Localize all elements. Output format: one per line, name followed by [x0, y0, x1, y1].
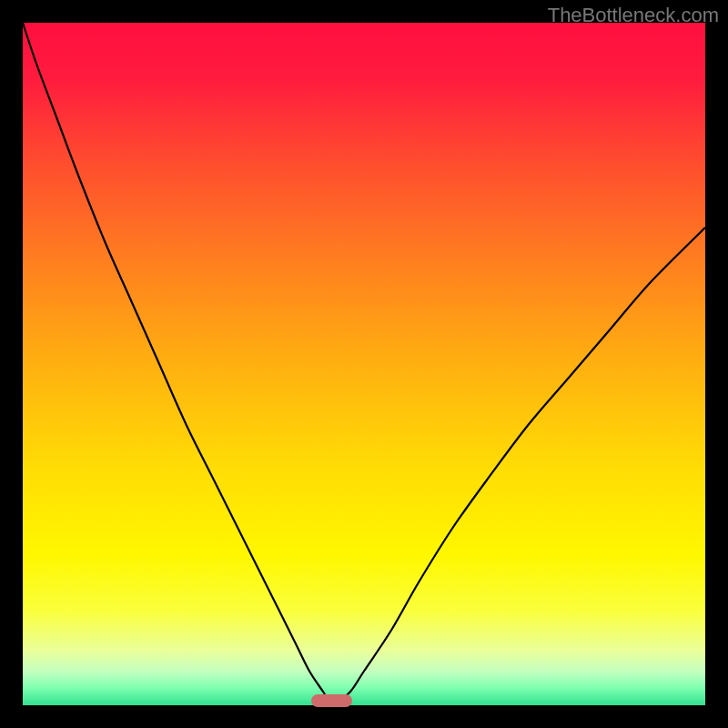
bottleneck-curve	[23, 23, 705, 705]
watermark-text: TheBottleneck.com	[548, 4, 719, 27]
balance-marker	[311, 694, 352, 707]
